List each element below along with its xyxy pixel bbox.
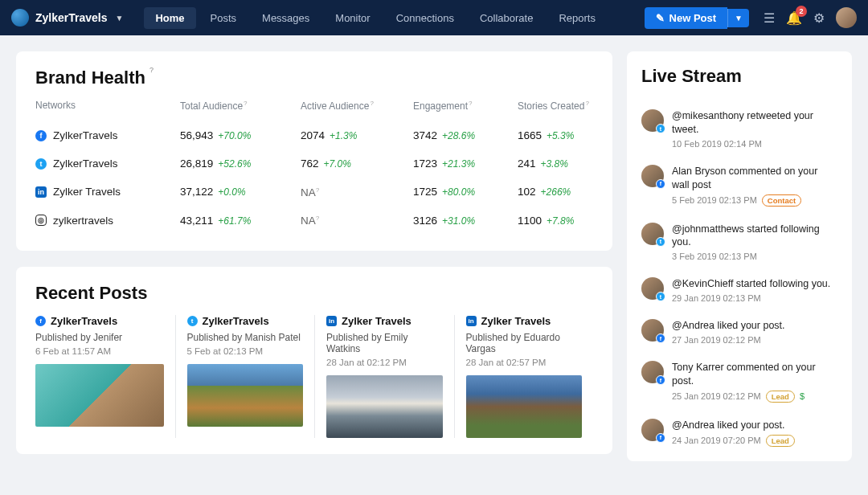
column-header: Total Audience? xyxy=(180,100,301,112)
stream-text: @johnmatthews started following you. xyxy=(672,223,837,250)
post-source: Zylker Travels xyxy=(342,315,411,327)
nav-item-posts[interactable]: Posts xyxy=(199,7,248,29)
contact-tag: Contact xyxy=(762,194,801,207)
stream-date: 3 Feb 2019 02:13 PM xyxy=(672,252,757,261)
stream-avatar: t xyxy=(641,277,664,300)
post-date: 28 Jan at 02:57 PM xyxy=(466,358,583,367)
total-delta: +0.0% xyxy=(218,186,245,198)
engagement: 1725 xyxy=(413,186,437,198)
brand-health-row[interactable]: ◎zylkertravels43,211+61.7%NA?3126+31.0%1… xyxy=(35,207,593,235)
nav-item-monitor[interactable]: Monitor xyxy=(324,7,381,29)
post-date: 28 Jan at 02:12 PM xyxy=(326,358,443,367)
post-date: 6 Feb at 11:57 AM xyxy=(35,346,164,356)
stories-delta: +7.8% xyxy=(547,215,574,227)
live-stream-item[interactable]: t@johnmatthews started following you.3 F… xyxy=(641,215,837,270)
nav-item-connections[interactable]: Connections xyxy=(385,7,465,29)
list-icon[interactable]: ☰ xyxy=(764,10,775,26)
fb-icon: f xyxy=(656,433,665,443)
stories-created: 1665 xyxy=(518,129,542,141)
stories-created: 1100 xyxy=(518,215,542,227)
total-audience: 43,211 xyxy=(180,215,213,227)
fb-icon: f xyxy=(35,316,46,326)
recent-posts-title: Recent Posts xyxy=(35,283,147,304)
help-icon[interactable]: ? xyxy=(149,66,154,74)
post-thumbnail xyxy=(187,364,304,427)
post-thumbnail xyxy=(35,364,164,427)
recent-post-item[interactable]: tZylkerTravelsPublished by Manish Patel5… xyxy=(175,315,315,438)
engagement: 3742 xyxy=(413,129,437,141)
live-stream-item[interactable]: f@Andrea liked your post.24 Jan 2019 07:… xyxy=(641,411,837,455)
help-icon[interactable]: ? xyxy=(244,100,247,107)
gear-icon[interactable]: ⚙ xyxy=(813,10,825,26)
stream-avatar: t xyxy=(641,223,664,245)
nav-item-reports[interactable]: Reports xyxy=(547,7,607,29)
column-header: Networks xyxy=(35,100,180,112)
total-audience: 37,122 xyxy=(180,186,213,198)
lead-tag: Lead xyxy=(766,391,795,403)
stream-date: 24 Jan 2019 07:20 PM xyxy=(672,436,761,445)
nav-item-home[interactable]: Home xyxy=(144,7,195,29)
network-name: Zylker Travels xyxy=(53,186,121,198)
stream-avatar: f xyxy=(641,165,664,187)
post-source: Zylker Travels xyxy=(481,315,551,327)
brand-health-card: Brand Health? NetworksTotal Audience?Act… xyxy=(16,51,612,251)
post-source: ZylkerTravels xyxy=(51,315,117,327)
stream-date: 27 Jan 2019 02:12 PM xyxy=(672,335,761,345)
post-date: 5 Feb at 02:13 PM xyxy=(187,346,304,356)
stream-date: 29 Jan 2019 02:13 PM xyxy=(672,293,761,303)
tw-icon: t xyxy=(35,158,47,170)
money-icon: $ xyxy=(800,391,805,401)
recent-post-item[interactable]: inZylker TravelsPublished by Emily Watki… xyxy=(314,315,454,438)
live-stream-item[interactable]: f@Andrea liked your post.27 Jan 2019 02:… xyxy=(641,311,837,353)
fb-icon: f xyxy=(656,375,665,385)
brand-health-row[interactable]: tZylkerTravels26,819+52.6%762+7.0%1723+2… xyxy=(35,149,593,178)
stream-text: Tony Karrer commented on your post. xyxy=(672,361,837,388)
brand-name: ZylkerTravels xyxy=(35,11,108,24)
recent-post-item[interactable]: fZylkerTravelsPublished by Jenifer6 Feb … xyxy=(35,315,175,438)
top-navigation-bar: ZylkerTravels ▼ HomePostsMessagesMonitor… xyxy=(0,0,868,35)
engagement-delta: +80.0% xyxy=(442,186,475,198)
active-audience: 762 xyxy=(301,158,319,170)
post-publisher: Published by Emily Watkins xyxy=(326,332,443,354)
nav-item-collaborate[interactable]: Collaborate xyxy=(469,7,545,29)
notification-badge: 2 xyxy=(796,6,807,17)
help-icon[interactable]: ? xyxy=(469,100,472,107)
new-post-button[interactable]: ✎ New Post xyxy=(645,7,728,29)
brand-health-title: Brand Health? xyxy=(35,68,145,88)
network-name: ZylkerTravels xyxy=(53,129,118,141)
engagement-delta: +28.6% xyxy=(442,130,475,141)
stories-delta: +3.8% xyxy=(541,158,568,170)
active-audience: 2074 xyxy=(301,129,325,141)
column-header: Engagement? xyxy=(413,100,518,112)
stream-text: @Andrea liked your post. xyxy=(672,319,837,333)
help-icon[interactable]: ? xyxy=(585,100,588,107)
help-icon[interactable]: ? xyxy=(370,100,373,107)
li-icon: in xyxy=(326,316,337,326)
network-name: zylkertravels xyxy=(53,215,113,227)
live-stream-item[interactable]: fAlan Bryson commented on your wall post… xyxy=(641,157,837,215)
tw-icon: t xyxy=(187,316,198,326)
brand-switcher[interactable]: ZylkerTravels ▼ xyxy=(11,9,123,27)
new-post-dropdown[interactable]: ▼ xyxy=(727,9,749,27)
engagement-delta: +21.3% xyxy=(442,158,475,170)
brand-health-columns: NetworksTotal Audience?Active Audience?E… xyxy=(35,100,593,112)
total-audience: 56,943 xyxy=(180,129,213,141)
new-post-label: New Post xyxy=(669,12,717,24)
brand-health-row[interactable]: inZylker Travels37,122+0.0%NA?1725+80.0%… xyxy=(35,178,593,207)
live-stream-item[interactable]: t@mikesanthony retweeted your tweet.10 F… xyxy=(641,101,837,157)
active-audience: NA? xyxy=(301,186,319,198)
stream-text: @Andrea liked your post. xyxy=(672,419,837,432)
stories-created: 241 xyxy=(518,158,536,170)
recent-post-item[interactable]: inZylker TravelsPublished by Eduardo Var… xyxy=(454,315,594,438)
notifications-icon[interactable]: 🔔 2 xyxy=(786,10,802,26)
post-thumbnail xyxy=(326,375,443,438)
brand-health-row[interactable]: fZylkerTravels56,943+70.0%2074+1.3%3742+… xyxy=(35,121,593,149)
column-header: Active Audience? xyxy=(301,100,413,112)
post-thumbnail xyxy=(466,375,583,438)
nav-item-messages[interactable]: Messages xyxy=(251,7,321,29)
post-publisher: Published by Manish Patel xyxy=(187,332,304,343)
user-avatar[interactable] xyxy=(836,7,857,28)
engagement: 3126 xyxy=(413,215,437,227)
live-stream-item[interactable]: t@KevinChieff started following you.29 J… xyxy=(641,269,837,311)
live-stream-item[interactable]: fTony Karrer commented on your post.25 J… xyxy=(641,353,837,411)
